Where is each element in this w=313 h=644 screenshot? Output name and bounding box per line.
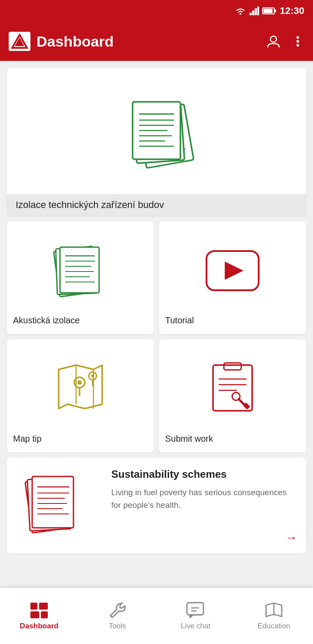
menu-icon[interactable] (291, 35, 304, 48)
card-akusticka[interactable]: Akustická izolace (7, 221, 154, 334)
nav-item-live-chat[interactable]: Live chat (156, 588, 235, 644)
card-map-tip-inner: Map tip (7, 339, 154, 453)
svg-point-13 (296, 44, 299, 47)
svg-rect-92 (41, 611, 48, 618)
tools-nav-label: Tools (109, 622, 126, 631)
svg-point-60 (77, 380, 82, 385)
status-icons: 12:30 (235, 5, 304, 17)
svg-rect-48 (60, 247, 99, 293)
map-tip-icon-area (50, 352, 111, 425)
svg-rect-82 (32, 476, 73, 528)
tutorial-label: Tutorial (163, 311, 302, 325)
card-submit-work-inner: Submit work (159, 339, 306, 453)
svg-marker-56 (225, 262, 243, 280)
svg-rect-3 (255, 8, 257, 15)
izolace-documents-icon (120, 98, 193, 164)
status-time: 12:30 (280, 5, 304, 17)
sustainability-content: Sustainability schemes Living in fuel po… (103, 458, 306, 553)
sustainability-image (7, 458, 103, 553)
nav-item-education[interactable]: Education (235, 588, 313, 644)
battery-icon (263, 7, 276, 15)
app-logo (9, 32, 30, 51)
izolace-label: Izolace technických zařízení budov (7, 194, 306, 216)
submit-work-label: Submit work (163, 429, 302, 444)
svg-point-10 (270, 36, 276, 42)
submit-work-icon (202, 361, 263, 417)
tools-nav-icon (109, 602, 126, 619)
nav-item-dashboard[interactable]: Dashboard (0, 588, 78, 644)
svg-point-63 (91, 374, 94, 377)
card-tutorial[interactable]: Tutorial (159, 221, 306, 334)
app-header: Dashboard (0, 22, 313, 61)
akusticka-documents-icon (52, 245, 109, 297)
card-map-tip[interactable]: Map tip (7, 339, 154, 453)
akusticka-label: Akustická izolace (11, 311, 150, 325)
logo-icon (11, 34, 28, 49)
sustainability-description: Living in fuel poverty has serious conse… (111, 486, 297, 527)
map-tip-label: Map tip (11, 429, 150, 444)
tutorial-icon-area (202, 234, 263, 307)
sustainability-documents-icon (20, 473, 90, 538)
cards-row-2: Map tip (7, 339, 306, 453)
submit-work-icon-area (202, 352, 263, 425)
sustainability-title: Sustainability schemes (111, 468, 297, 480)
nav-item-tools[interactable]: Tools (78, 588, 156, 644)
izolace-icon-area (120, 81, 193, 181)
svg-point-11 (296, 36, 299, 39)
card-sustainability[interactable]: Sustainability schemes Living in fuel po… (7, 458, 306, 553)
status-bar: 12:30 (0, 0, 313, 22)
svg-rect-4 (257, 7, 259, 15)
bottom-nav: Dashboard Tools Live chat Education (0, 587, 313, 644)
card-izolace[interactable]: Izolace technických zařízení budov (7, 68, 306, 216)
akusticka-icon-area (52, 234, 109, 307)
dashboard-nav-icon (30, 602, 49, 619)
main-content: Izolace technických zařízení budov (0, 61, 313, 587)
header-title: Dashboard (37, 33, 114, 50)
map-icon (50, 361, 111, 417)
svg-rect-90 (39, 603, 48, 610)
card-akusticka-inner: Akustická izolace (7, 221, 154, 334)
profile-icon[interactable] (266, 34, 281, 49)
tutorial-play-icon (202, 247, 263, 295)
svg-rect-89 (30, 603, 37, 610)
education-nav-label: Education (257, 622, 290, 631)
dashboard-nav-label: Dashboard (20, 622, 59, 631)
education-nav-icon (264, 602, 283, 619)
cards-row-1: Akustická izolace Tutorial (7, 221, 306, 334)
sustainability-arrow[interactable]: → (111, 531, 297, 545)
svg-point-0 (240, 13, 241, 15)
svg-point-12 (296, 40, 299, 43)
card-tutorial-inner: Tutorial (159, 221, 306, 334)
card-submit-work[interactable]: Submit work (159, 339, 306, 453)
svg-rect-7 (275, 10, 276, 12)
header-right (266, 34, 304, 49)
svg-rect-6 (263, 9, 273, 13)
header-left: Dashboard (9, 32, 114, 51)
card-izolace-inner (7, 68, 306, 194)
live-chat-nav-label: Live chat (181, 622, 210, 631)
svg-rect-2 (252, 10, 254, 15)
svg-rect-66 (224, 363, 241, 370)
live-chat-nav-icon (186, 602, 205, 619)
svg-rect-93 (187, 603, 203, 615)
wifi-icon (235, 7, 246, 15)
svg-rect-1 (250, 13, 252, 15)
signal-icon (250, 7, 259, 15)
svg-rect-91 (30, 611, 39, 618)
